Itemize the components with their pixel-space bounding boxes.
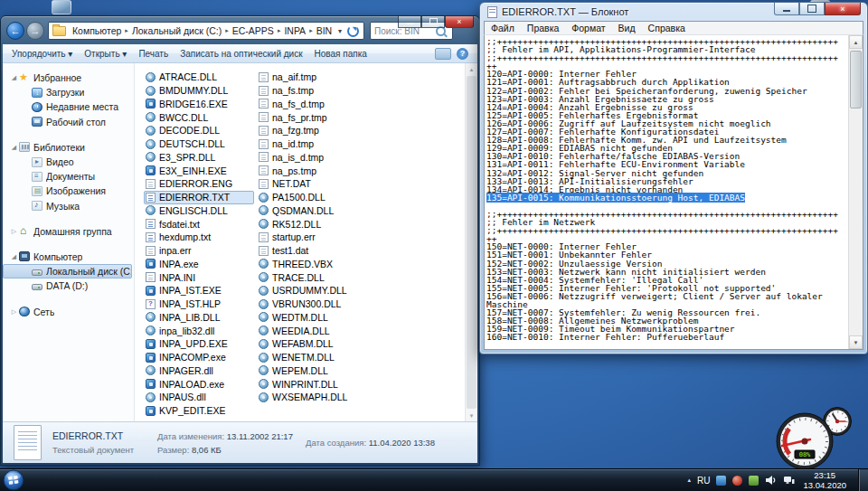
- sidebar-item[interactable]: DATA (D:): [3, 279, 134, 293]
- file-item[interactable]: na_fzg.tmp: [257, 124, 367, 137]
- file-item[interactable]: WEDTM.DLL: [257, 311, 367, 325]
- file-item[interactable]: hexdump.txt: [144, 231, 254, 244]
- breadcrumb-item[interactable]: BIN: [314, 25, 335, 36]
- cpu-gauge-gadget[interactable]: 08%: [777, 413, 833, 469]
- file-item[interactable]: na_id.tmp: [257, 137, 367, 151]
- sidebar-item[interactable]: ◢Избранное: [3, 71, 134, 85]
- close-button[interactable]: ×: [445, 16, 474, 28]
- file-item[interactable]: INPAUS.dll: [144, 391, 254, 404]
- file-item[interactable]: VBRUN300.DLL: [257, 297, 367, 311]
- forward-button[interactable]: →: [26, 22, 44, 40]
- file-item[interactable]: PA1500.DLL: [257, 191, 367, 204]
- tree-expand-icon[interactable]: ▷: [10, 228, 18, 235]
- toolbar-button[interactable]: Печать: [138, 49, 168, 59]
- file-item[interactable]: INPA_IST.HLP: [144, 297, 254, 311]
- menu-item[interactable]: Правка: [521, 23, 565, 33]
- file-item[interactable]: USRDUMMY.DLL: [257, 284, 367, 297]
- breadcrumb-item[interactable]: Локальный диск (C:): [129, 25, 224, 36]
- address-dropdown-icon[interactable]: ▾: [335, 27, 345, 35]
- sidebar-item[interactable]: Изображения: [3, 184, 134, 198]
- file-item[interactable]: BMDUMMY.DLL: [144, 84, 254, 98]
- file-item[interactable]: RK512.DLL: [257, 217, 367, 231]
- file-item[interactable]: BWCC.DLL: [144, 110, 254, 124]
- file-item[interactable]: QSDMAN.DLL: [257, 204, 367, 218]
- change-view-icon[interactable]: [435, 48, 451, 60]
- file-item[interactable]: WXSEMAPH.DLL: [257, 391, 367, 404]
- toolbar-button[interactable]: Записать на оптический диск: [180, 49, 302, 59]
- file-item[interactable]: WEPEM.DLL: [257, 364, 367, 378]
- file-item[interactable]: ENGLISCH.DLL: [144, 204, 254, 218]
- file-item[interactable]: INPA_LIB.DLL: [144, 311, 254, 325]
- minimize-button[interactable]: [774, 3, 799, 15]
- file-item[interactable]: WINPRINT.DLL: [257, 377, 367, 391]
- file-item[interactable]: fsdatei.txt: [144, 217, 254, 231]
- breadcrumb-item[interactable]: INPA: [281, 25, 308, 36]
- show-desktop-button[interactable]: [858, 469, 868, 491]
- tree-collapse-icon[interactable]: ◢: [10, 144, 18, 151]
- tree-collapse-icon[interactable]: ◢: [10, 253, 18, 260]
- file-item[interactable]: INPALOAD.exe: [144, 377, 254, 391]
- sidebar-item[interactable]: ▷Сеть: [3, 304, 134, 318]
- menu-item[interactable]: Справка: [642, 23, 692, 33]
- toolbar-button[interactable]: Открыть ▾: [84, 49, 127, 59]
- file-item[interactable]: na_fs.tmp: [257, 84, 367, 98]
- menu-item[interactable]: Файл: [485, 23, 521, 33]
- maximize-button[interactable]: [799, 3, 825, 15]
- refresh-icon[interactable]: [347, 25, 359, 37]
- scroll-down-icon[interactable]: ▼: [466, 410, 477, 421]
- tray-app-icon-3[interactable]: [749, 476, 759, 486]
- help-icon[interactable]: ?: [457, 48, 468, 60]
- sidebar-item[interactable]: ◢Компьютер: [3, 250, 134, 264]
- breadcrumb-item[interactable]: EC-APPS: [230, 25, 277, 36]
- sidebar-item[interactable]: ▷Домашняя группа: [3, 224, 134, 239]
- file-item[interactable]: WEEDIA.DLL: [257, 324, 367, 337]
- file-item[interactable]: WENETM.DLL: [257, 351, 367, 364]
- breadcrumb-item[interactable]: Компьютер: [70, 25, 124, 36]
- file-item[interactable]: na_fs_d.tmp: [257, 98, 367, 111]
- address-bar[interactable]: Компьютер▸Локальный диск (C:)▸EC-APPS▸IN…: [48, 22, 364, 40]
- file-item[interactable]: WEFABM.DLL: [257, 337, 367, 351]
- file-item[interactable]: INPA_IST.EXE: [144, 284, 254, 297]
- file-item[interactable]: INPAGER.dll: [144, 364, 254, 378]
- file-item[interactable]: TRACE.DLL: [257, 270, 367, 284]
- scroll-down-icon[interactable]: ▼: [849, 335, 863, 349]
- file-item[interactable]: na_is_d.tmp: [257, 151, 367, 165]
- close-button[interactable]: ×: [825, 3, 861, 15]
- start-button[interactable]: [3, 469, 24, 491]
- tree-expand-icon[interactable]: ▷: [10, 308, 18, 316]
- sidebar-item[interactable]: ◢Библиотеки: [3, 140, 134, 155]
- minimize-button[interactable]: [398, 16, 421, 28]
- file-item[interactable]: test1.dat: [257, 244, 367, 258]
- sidebar-item[interactable]: Загрузки: [3, 85, 134, 99]
- notepad-text[interactable]: ;;++++++++++++++++++++++++++++++++++++++…: [486, 37, 847, 349]
- sidebar-item[interactable]: Музыка: [3, 199, 134, 213]
- file-item[interactable]: BRIDGE16.EXE: [144, 98, 254, 111]
- file-item[interactable]: EDIERROR.TXT: [144, 191, 254, 204]
- gauge-gadget[interactable]: 08%: [758, 391, 866, 472]
- scroll-up-icon[interactable]: ▲: [466, 63, 477, 75]
- hidden-icons-chevron[interactable]: ▴: [687, 477, 691, 484]
- sidebar-item[interactable]: Документы: [3, 169, 134, 184]
- menu-item[interactable]: Формат: [565, 23, 611, 33]
- file-item[interactable]: EDIERROR.ENG: [144, 177, 254, 191]
- file-item[interactable]: KVP_EDIT.EXE: [144, 404, 254, 418]
- file-item[interactable]: INPA_UPD.EXE: [144, 337, 254, 351]
- notepad-scrollbar[interactable]: ▲ ▼: [848, 35, 863, 349]
- toolbar-button[interactable]: Упорядочить ▾: [12, 49, 72, 59]
- sidebar-item[interactable]: Рабочий стол: [3, 115, 134, 129]
- file-item[interactable]: DEUTSCH.DLL: [144, 137, 254, 151]
- file-item[interactable]: startup.err: [257, 231, 367, 244]
- file-item[interactable]: NET.DAT: [257, 177, 367, 191]
- toolbar-button[interactable]: Новая папка: [315, 49, 367, 59]
- clock[interactable]: 23:15 13.04.2020: [801, 470, 852, 490]
- file-item[interactable]: inpa_lib32.dll: [144, 324, 254, 337]
- file-item[interactable]: INPA.exe: [144, 258, 254, 271]
- volume-icon[interactable]: [765, 475, 777, 486]
- network-icon[interactable]: [783, 475, 795, 486]
- file-item[interactable]: E3_SPR.DLL: [144, 151, 254, 165]
- sidebar-item[interactable]: Видео: [3, 155, 134, 169]
- back-button[interactable]: ←: [6, 22, 24, 40]
- tray-app-icon-2[interactable]: [732, 476, 742, 486]
- scrollbar-thumb[interactable]: [850, 51, 862, 109]
- file-item[interactable]: INPACOMP.exe: [144, 351, 254, 364]
